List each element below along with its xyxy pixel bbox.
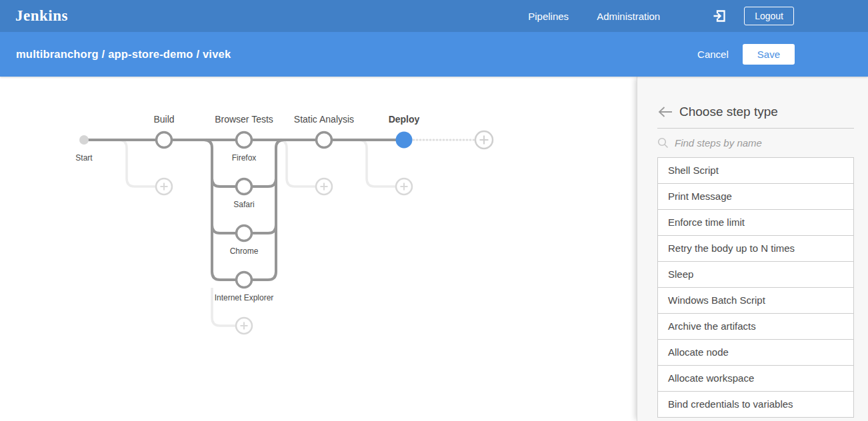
pipeline-graph[interactable]: StartBuildBrowser TestsFirefoxSafariChro… xyxy=(0,77,637,421)
step-list-item[interactable]: Enforce time limit xyxy=(657,209,854,236)
step-search xyxy=(657,129,854,157)
step-list-item[interactable]: Print Message xyxy=(657,183,854,210)
panel-title: Choose step type xyxy=(679,105,778,119)
graph-label: Static Analysis xyxy=(294,114,354,125)
step-list: Shell ScriptPrint MessageEnforce time li… xyxy=(657,157,854,418)
stage-node-static-analysis[interactable] xyxy=(317,133,332,148)
step-list-item[interactable]: Retry the body up to N times xyxy=(657,235,854,262)
graph-label: Safari xyxy=(233,200,254,209)
graph-label: Build xyxy=(153,114,174,125)
graph-label: Start xyxy=(75,153,93,163)
branch-node-internet-explorer[interactable] xyxy=(237,272,252,288)
jenkins-logo[interactable]: Jenkins xyxy=(15,7,68,25)
step-list-item[interactable]: Windows Batch Script xyxy=(657,287,854,314)
nav-pipelines[interactable]: Pipelines xyxy=(528,11,569,22)
stage-node-browser-tests[interactable] xyxy=(237,133,252,148)
editor-header-bar: multibranchorg / app-store-demo / vivek … xyxy=(0,32,868,77)
top-nav-links: Pipelines Administration Logout xyxy=(528,7,794,25)
step-list-item[interactable]: Allocate node xyxy=(657,339,854,366)
step-search-input[interactable] xyxy=(675,137,854,149)
sign-out-icon[interactable] xyxy=(712,9,727,23)
stage-node-build[interactable] xyxy=(157,133,172,148)
breadcrumb: multibranchorg / app-store-demo / vivek xyxy=(16,48,231,61)
graph-label: Chrome xyxy=(230,246,259,256)
step-list-item[interactable]: Shell Script xyxy=(657,157,854,184)
step-list-item[interactable]: Allocate workspace xyxy=(657,365,854,392)
step-list-item[interactable]: Sleep xyxy=(657,261,854,288)
logout-button[interactable]: Logout xyxy=(744,7,794,25)
graph-label: Firefox xyxy=(232,153,257,163)
stage-node-deploy[interactable] xyxy=(396,132,413,149)
editor-canvas: StartBuildBrowser TestsFirefoxSafariChro… xyxy=(0,77,868,421)
branch-node-safari[interactable] xyxy=(237,179,252,195)
step-type-panel: Choose step type Shell ScriptPrint Messa… xyxy=(637,77,868,421)
start-node xyxy=(79,135,89,145)
top-navbar: Jenkins Pipelines Administration Logout xyxy=(0,0,868,32)
cancel-button[interactable]: Cancel xyxy=(697,49,729,60)
graph-label: Internet Explorer xyxy=(215,293,274,302)
step-list-item[interactable]: Archive the artifacts xyxy=(657,313,854,340)
graph-label: Deploy xyxy=(389,114,420,125)
graph-label: Browser Tests xyxy=(215,114,273,125)
editor-actions: Cancel Save xyxy=(697,44,795,65)
step-list-item[interactable]: Bind credentials to variables xyxy=(657,391,854,418)
panel-header: Choose step type xyxy=(657,105,854,129)
search-icon xyxy=(657,137,669,149)
back-arrow-icon[interactable] xyxy=(657,106,673,118)
save-button[interactable]: Save xyxy=(743,44,795,65)
nav-administration[interactable]: Administration xyxy=(597,11,660,22)
branch-node-chrome[interactable] xyxy=(237,226,252,241)
